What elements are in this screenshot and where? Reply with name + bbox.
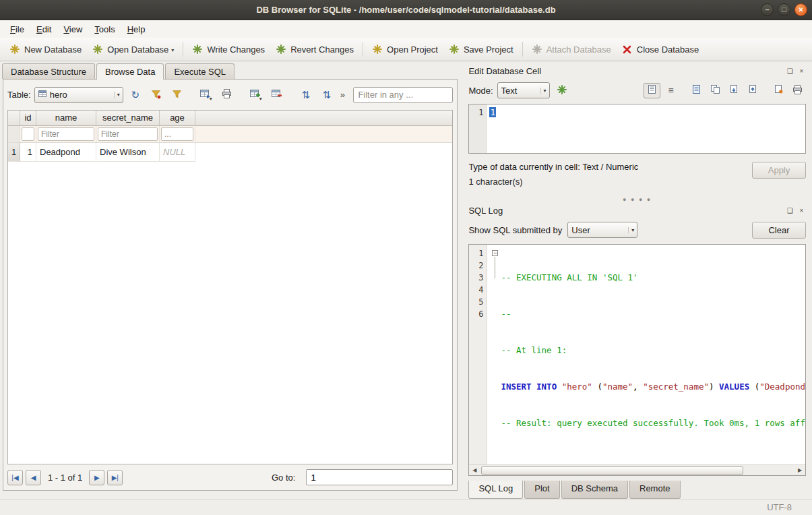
open-database-dropdown-icon[interactable]: ▾: [171, 47, 174, 55]
filter-any-column-input[interactable]: [353, 87, 453, 103]
tab-browse-data[interactable]: Browse Data: [96, 63, 164, 80]
editor-line-number: 1: [469, 104, 487, 153]
text-mode-button[interactable]: [644, 83, 660, 98]
sort-ascending-button[interactable]: ⇅: [297, 87, 315, 103]
edit-cell-dock-header: Edit Database Cell ❑ ×: [468, 64, 806, 78]
insert-record-dropdown-icon[interactable]: ▾: [259, 96, 262, 103]
filter-options-button[interactable]: [168, 87, 186, 103]
previous-record-button[interactable]: ◀: [26, 470, 41, 485]
print-button[interactable]: [218, 87, 236, 103]
cell-editor[interactable]: 1 1: [468, 104, 806, 154]
tab-plot[interactable]: Plot: [524, 481, 559, 499]
dock-splitter-handle[interactable]: ● ● ● ●: [468, 195, 806, 204]
sort-descending-button[interactable]: ⇅: [318, 87, 336, 103]
toolbar-overflow-icon[interactable]: »: [339, 90, 346, 100]
encoding-label[interactable]: UTF-8: [767, 502, 792, 512]
copy-cell-data-button[interactable]: [707, 83, 724, 98]
write-changes-button[interactable]: Write Changes: [187, 40, 270, 59]
sql-line-numbers: 1 2 3 4 5 6: [469, 245, 487, 464]
mode-select[interactable]: Text ▾: [497, 82, 550, 98]
close-database-button[interactable]: Close Database: [617, 40, 705, 59]
new-cell-data-button[interactable]: [688, 83, 705, 98]
filter-id-input[interactable]: [22, 127, 34, 141]
insert-record-button[interactable]: ▾: [247, 87, 265, 103]
menu-help[interactable]: Help: [121, 22, 152, 37]
last-record-button[interactable]: ▶|: [107, 470, 123, 485]
align-lines-icon: ≡: [668, 85, 673, 96]
cell-age[interactable]: NULL: [160, 143, 195, 162]
cell-secret-name[interactable]: Dive Wilson: [96, 143, 160, 162]
save-as-button[interactable]: [770, 83, 787, 98]
new-database-button[interactable]: New Database: [4, 40, 87, 59]
import-cell-data-button[interactable]: [726, 83, 743, 98]
sql-source-select[interactable]: User ▾: [567, 222, 637, 238]
filter-name-input[interactable]: [38, 127, 94, 141]
filter-secret-name-cell: [96, 126, 160, 142]
column-header-secret-name[interactable]: secret_name: [96, 111, 160, 126]
menu-view[interactable]: View: [57, 22, 88, 37]
copy-icon: [711, 85, 720, 96]
goto-button[interactable]: Go to:: [263, 470, 303, 485]
show-sql-label: Show SQL submitted by: [468, 225, 562, 235]
maximize-icon[interactable]: □: [778, 3, 790, 16]
menu-file[interactable]: File: [4, 22, 30, 37]
apply-button[interactable]: Apply: [752, 162, 806, 179]
float-dock-icon[interactable]: ❑: [786, 67, 794, 75]
scroll-left-icon[interactable]: ◀: [469, 465, 480, 475]
column-header-age[interactable]: age: [160, 111, 195, 126]
word-wrap-button[interactable]: ≡: [662, 83, 679, 98]
save-results-dropdown-icon[interactable]: ▾: [210, 96, 212, 103]
minimize-icon[interactable]: –: [761, 3, 774, 16]
close-dock-icon[interactable]: ×: [797, 67, 806, 75]
delete-record-button[interactable]: [268, 87, 286, 103]
column-header-name[interactable]: name: [36, 111, 96, 126]
tab-db-schema[interactable]: DB Schema: [561, 481, 628, 499]
revert-changes-button[interactable]: Revert Changes: [270, 40, 359, 59]
print-cell-button[interactable]: [789, 83, 806, 98]
cell-id[interactable]: 1: [20, 143, 36, 162]
sql-log-view: 1 2 3 4 5 6 -- EXECUTING ALL IN 'SQL 1' …: [468, 244, 806, 476]
revert-changes-icon: [276, 44, 286, 55]
next-record-button[interactable]: ▶: [89, 470, 104, 485]
last-record-icon: ▶|: [112, 474, 119, 481]
open-project-button[interactable]: Open Project: [367, 40, 443, 59]
close-icon[interactable]: ×: [794, 3, 807, 16]
tab-sql-log[interactable]: SQL Log: [468, 481, 523, 499]
grid-filter-row: [8, 126, 452, 143]
row-number[interactable]: 1: [8, 143, 20, 162]
editor-content[interactable]: 1: [487, 104, 805, 153]
save-results-button[interactable]: ▾: [197, 87, 215, 103]
float-dock-icon[interactable]: ❑: [786, 206, 794, 215]
grid-corner[interactable]: [8, 111, 20, 126]
clear-filters-button[interactable]: [148, 87, 165, 103]
save-project-button[interactable]: Save Project: [443, 40, 519, 59]
clear-log-button[interactable]: Clear: [752, 222, 806, 239]
sql-log-line: [501, 454, 805, 464]
first-record-button[interactable]: |◀: [7, 470, 23, 485]
table-select[interactable]: hero ▾: [34, 87, 123, 103]
import-data-button[interactable]: [554, 83, 571, 98]
tab-remote[interactable]: Remote: [629, 481, 681, 499]
close-dock-icon[interactable]: ×: [797, 206, 806, 215]
tab-database-structure[interactable]: Database Structure: [2, 63, 95, 79]
menu-tools[interactable]: Tools: [88, 22, 121, 37]
sql-log-content[interactable]: 1 2 3 4 5 6 -- EXECUTING ALL IN 'SQL 1' …: [469, 245, 805, 464]
column-header-id[interactable]: id: [20, 111, 36, 126]
filter-age-input[interactable]: [161, 127, 193, 141]
window-title: DB Browser for SQLite - /home/user/code/…: [256, 5, 555, 15]
menu-edit[interactable]: Edit: [30, 22, 57, 37]
open-database-button[interactable]: Open Database ▾: [87, 40, 179, 59]
horizontal-scrollbar[interactable]: ◀ ▶: [469, 464, 805, 475]
goto-record-input[interactable]: [306, 469, 453, 485]
refresh-button[interactable]: ↻: [127, 87, 144, 103]
cell-name[interactable]: Deadpond: [36, 143, 96, 162]
fold-marker-icon[interactable]: −: [492, 250, 498, 256]
tab-execute-sql[interactable]: Execute SQL: [165, 63, 235, 79]
export-cell-data-button[interactable]: [745, 83, 761, 98]
scrollbar-thumb[interactable]: [481, 466, 743, 475]
attach-database-button[interactable]: Attach Database: [526, 40, 617, 59]
filter-secret-name-input[interactable]: [98, 127, 158, 141]
record-navigation: |◀ ◀ 1 - 1 of 1 ▶ ▶| Go to:: [7, 468, 453, 487]
import-data-icon: [557, 85, 567, 96]
scroll-right-icon[interactable]: ▶: [794, 465, 805, 475]
